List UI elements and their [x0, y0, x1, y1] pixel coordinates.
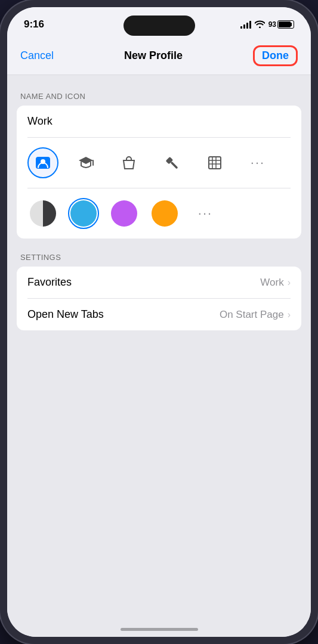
content-area: NAME AND ICON [7, 75, 311, 563]
signal-bar-2 [243, 24, 245, 29]
color-cyan[interactable] [68, 198, 99, 229]
favorites-row[interactable]: Favorites Work › [17, 267, 301, 298]
name-icon-card: ··· [17, 106, 301, 239]
nav-bar: Cancel New Profile Done [7, 38, 311, 75]
color-dot-dark-gray [30, 200, 56, 227]
battery-icon: 93 [268, 20, 294, 29]
screen-scroll: NAME AND ICON [7, 75, 311, 637]
battery-level: 93 [268, 20, 276, 29]
svg-rect-5 [209, 157, 221, 169]
wifi-icon [255, 20, 265, 30]
favorites-label: Favorites [27, 276, 72, 289]
open-new-tabs-row[interactable]: Open New Tabs On Start Page › [17, 299, 301, 330]
dynamic-island [124, 16, 195, 36]
color-dot-purple [111, 200, 137, 227]
open-new-tabs-label: Open New Tabs [27, 308, 104, 321]
color-purple[interactable] [109, 198, 140, 229]
open-new-tabs-value-text: On Start Page [220, 309, 284, 321]
icon-person-card[interactable] [27, 147, 58, 178]
page-title: New Profile [124, 49, 183, 62]
home-indicator [121, 628, 198, 631]
icon-building[interactable] [199, 147, 230, 178]
svg-line-4 [172, 163, 177, 168]
favorites-chevron-icon: › [288, 277, 291, 288]
icon-hammer[interactable] [156, 147, 187, 178]
color-more[interactable]: ··· [190, 198, 221, 229]
battery-body [277, 20, 294, 29]
open-new-tabs-value: On Start Page › [220, 309, 291, 321]
done-button[interactable]: Done [253, 45, 298, 66]
battery-fill [279, 21, 291, 27]
icons-row: ··· [17, 138, 301, 188]
color-dot-orange [152, 200, 178, 227]
status-icons: 93 [240, 20, 294, 30]
cancel-button[interactable]: Cancel [20, 49, 54, 62]
status-time: 9:16 [24, 18, 44, 30]
icon-bag[interactable] [113, 147, 144, 178]
icon-more[interactable]: ··· [242, 147, 273, 178]
open-new-tabs-chevron-icon: › [288, 309, 291, 320]
favorites-value-text: Work [260, 277, 283, 289]
color-dark-gray[interactable] [27, 198, 58, 229]
signal-bar-4 [249, 21, 251, 29]
battery-cap [291, 23, 292, 26]
signal-bar-1 [240, 26, 242, 29]
phone-frame: 9:16 [0, 0, 318, 644]
color-more-label: ··· [198, 206, 212, 221]
signal-bar-3 [246, 23, 248, 29]
phone-screen: 9:16 [7, 7, 311, 637]
settings-card: Favorites Work › Open New Tabs On Start [17, 267, 301, 330]
settings-section-label: SETTINGS [7, 253, 311, 267]
icon-more-label: ··· [251, 155, 265, 171]
color-orange[interactable] [149, 198, 180, 229]
colors-row: ··· [17, 188, 301, 239]
screen-content: 9:16 [7, 7, 311, 637]
color-dot-cyan [70, 200, 97, 227]
profile-name-input[interactable] [17, 106, 301, 137]
icon-graduation-cap[interactable] [70, 147, 101, 178]
signal-bars-icon [240, 20, 251, 29]
name-icon-section-label: NAME AND ICON [7, 92, 311, 106]
favorites-value: Work › [260, 277, 291, 289]
